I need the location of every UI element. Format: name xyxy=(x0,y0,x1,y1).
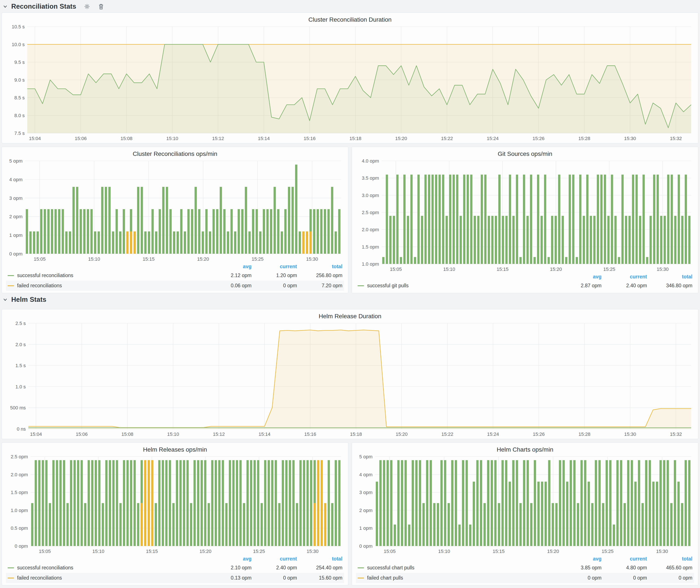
legend-col-avg[interactable]: avg xyxy=(206,556,252,562)
legend-col-total[interactable]: total xyxy=(647,274,692,280)
svg-text:15:20: 15:20 xyxy=(200,549,211,554)
chevron-down-icon xyxy=(3,297,8,302)
panel-title[interactable]: Git Sources ops/min xyxy=(355,149,695,158)
svg-text:1 opm: 1 opm xyxy=(9,233,23,238)
helm-charts-ops-plot[interactable]: 5 opm4 opm3 opm2 opm1 opm0 opm15:0515:10… xyxy=(355,454,695,555)
gear-icon[interactable] xyxy=(84,3,90,10)
stat-total: 254.40 opm xyxy=(297,565,342,571)
svg-text:15:14: 15:14 xyxy=(258,136,270,141)
svg-text:15:15: 15:15 xyxy=(143,256,155,262)
cluster-reconciliations-ops-plot[interactable]: 5 opm4 opm3 opm2 opm1 opm0 opm15:0515:10… xyxy=(5,158,345,262)
series-color-swatch xyxy=(8,275,14,276)
stat-avg: 0 opm xyxy=(556,575,602,581)
panel-title[interactable]: Cluster Reconciliations ops/min xyxy=(5,149,345,158)
row-header-reconciliation-stats[interactable]: Reconciliation Stats xyxy=(2,0,698,13)
svg-text:1.0 opm: 1.0 opm xyxy=(11,508,28,513)
legend-col-avg[interactable]: avg xyxy=(556,556,602,562)
svg-text:15:04: 15:04 xyxy=(30,431,42,437)
svg-text:15:30: 15:30 xyxy=(656,549,668,554)
legend-col-avg[interactable]: avg xyxy=(206,264,252,270)
svg-text:15:30: 15:30 xyxy=(657,267,669,272)
git-sources-ops-plot[interactable]: 4.0 opm3.5 opm3.0 opm2.5 opm2.0 opm1.5 o… xyxy=(355,158,695,273)
series-label[interactable]: failed chart pulls xyxy=(367,575,556,581)
stat-total: 0 opm xyxy=(647,575,692,581)
stat-current: 0 opm xyxy=(252,283,297,289)
series-color-swatch xyxy=(8,285,14,286)
svg-text:15:25: 15:25 xyxy=(252,256,263,262)
svg-text:5 opm: 5 opm xyxy=(359,454,373,459)
legend-col-total[interactable]: total xyxy=(297,556,342,562)
legend-row-failed-chart-pulls: failed chart pulls 0 opm 0 opm 0 opm xyxy=(356,573,694,583)
panel-title[interactable]: Helm Releases ops/min xyxy=(5,445,345,454)
svg-text:3.0 opm: 3.0 opm xyxy=(362,193,379,198)
row-title: Helm Stats xyxy=(11,296,46,304)
svg-text:15:16: 15:16 xyxy=(304,431,316,437)
panel-title[interactable]: Helm Charts ops/min xyxy=(355,445,695,454)
stat-total: 256.80 opm xyxy=(297,273,342,278)
panel-title[interactable]: Helm Release Duration xyxy=(5,312,695,320)
svg-text:8.5 s: 8.5 s xyxy=(14,95,25,100)
legend-row-failed-reconciliations: failed reconciliations 0.06 opm 0 opm 7.… xyxy=(6,281,344,291)
stat-avg: 2.12 opm xyxy=(206,273,252,278)
legend-col-total[interactable]: total xyxy=(297,264,342,270)
svg-text:8.0 s: 8.0 s xyxy=(14,113,25,118)
series-color-swatch xyxy=(358,285,364,286)
legend: avg current total successful reconciliat… xyxy=(5,555,345,584)
cluster-reconciliation-duration-plot[interactable]: 10.5 s10.0 s9.5 s9.0 s8.5 s8.0 s7.5 s15:… xyxy=(5,24,695,142)
svg-text:1 opm: 1 opm xyxy=(359,525,373,531)
svg-text:4 opm: 4 opm xyxy=(9,177,23,182)
svg-text:1.0 opm: 1.0 opm xyxy=(362,261,379,267)
legend-col-current[interactable]: current xyxy=(252,264,297,270)
svg-text:3.5 opm: 3.5 opm xyxy=(362,175,379,181)
svg-text:15:05: 15:05 xyxy=(390,267,402,272)
trash-icon[interactable] xyxy=(98,3,104,10)
legend-col-avg[interactable]: avg xyxy=(556,274,602,280)
legend-row-failed-reconciliations: failed reconciliations 0.13 opm 0 opm 15… xyxy=(6,573,344,583)
svg-text:1.5 s: 1.5 s xyxy=(15,363,26,368)
legend-col-current[interactable]: current xyxy=(602,556,647,562)
series-label[interactable]: successful git pulls xyxy=(367,283,556,289)
row-header-helm-stats[interactable]: Helm Stats xyxy=(2,293,698,306)
panel-title[interactable]: Cluster Reconciliation Duration xyxy=(5,15,695,24)
svg-text:2.0 s: 2.0 s xyxy=(15,342,26,347)
svg-text:15:22: 15:22 xyxy=(441,136,453,141)
svg-text:15:32: 15:32 xyxy=(670,431,682,437)
helm-releases-ops-plot[interactable]: 2.5 opm2.0 opm1.5 opm1.0 opm0.5 opm0 opm… xyxy=(5,454,345,555)
svg-text:15:26: 15:26 xyxy=(533,431,545,437)
svg-text:2 opm: 2 opm xyxy=(9,214,23,219)
svg-text:15:24: 15:24 xyxy=(487,136,499,141)
svg-text:15:12: 15:12 xyxy=(212,136,224,141)
svg-text:4 opm: 4 opm xyxy=(359,472,373,477)
svg-text:10.5 s: 10.5 s xyxy=(12,24,25,29)
stat-total: 7.20 opm xyxy=(297,283,342,289)
stat-avg: 3.85 opm xyxy=(556,565,602,571)
series-color-swatch xyxy=(358,567,364,568)
svg-text:7.5 s: 7.5 s xyxy=(14,131,25,136)
svg-text:500 ms: 500 ms xyxy=(10,405,26,410)
svg-text:15:28: 15:28 xyxy=(578,136,590,141)
panel-helm-charts-ops: Helm Charts ops/min 5 opm4 opm3 opm2 opm… xyxy=(352,443,698,585)
series-label[interactable]: successful reconciliations xyxy=(17,565,206,571)
svg-text:15:15: 15:15 xyxy=(146,549,158,554)
svg-text:2 opm: 2 opm xyxy=(359,508,373,513)
series-label[interactable]: successful chart pulls xyxy=(367,565,556,571)
svg-text:2.5 opm: 2.5 opm xyxy=(11,454,28,459)
legend-col-current[interactable]: current xyxy=(252,556,297,562)
legend-col-total[interactable]: total xyxy=(647,556,692,562)
svg-text:3 opm: 3 opm xyxy=(359,490,373,495)
series-label[interactable]: failed reconciliations xyxy=(17,283,206,289)
series-label[interactable]: failed reconciliations xyxy=(17,575,206,581)
helm-release-duration-plot[interactable]: 2.5 s2.0 s1.5 s1.0 s500 ms0 ns15:0415:06… xyxy=(5,320,695,438)
legend-col-current[interactable]: current xyxy=(602,274,647,280)
svg-text:15:30: 15:30 xyxy=(306,256,318,262)
svg-text:2.0 opm: 2.0 opm xyxy=(11,472,28,477)
series-label[interactable]: successful reconciliations xyxy=(17,273,206,278)
svg-text:15:10: 15:10 xyxy=(443,267,455,272)
series-color-swatch xyxy=(8,578,14,578)
svg-text:15:20: 15:20 xyxy=(550,267,562,272)
svg-text:15:10: 15:10 xyxy=(88,256,100,262)
panel-git-sources-ops: Git Sources ops/min 4.0 opm3.5 opm3.0 op… xyxy=(352,147,698,293)
svg-text:2.5 opm: 2.5 opm xyxy=(362,210,379,215)
series-color-swatch xyxy=(8,567,14,568)
stat-current: 4.80 opm xyxy=(602,565,647,571)
